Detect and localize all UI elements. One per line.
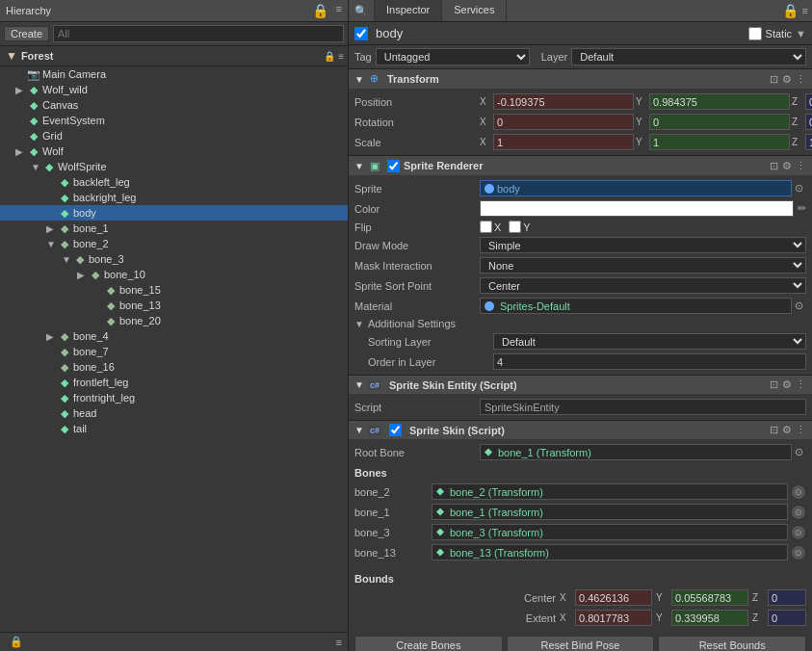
tree-item-bone1[interactable]: ▶ ◆ bone_1	[0, 221, 348, 236]
tree-item-bone3[interactable]: ▼ ◆ bone_3	[0, 251, 348, 267]
inspector-lock-button[interactable]: 🔒	[778, 3, 802, 18]
ss-more-icon[interactable]: ⋮	[796, 424, 806, 436]
tree-item-head[interactable]: ◆ head	[0, 405, 348, 421]
extent-z[interactable]	[768, 610, 806, 626]
tree-item-wolf[interactable]: ▶ ◆ Wolf	[0, 143, 348, 159]
tree-item-main-camera[interactable]: 📷 Main Camera	[0, 66, 348, 82]
sprite-skin-header[interactable]: ▼ c# Sprite Skin (Script) ⊡ ⚙ ⋮	[349, 421, 812, 439]
root-bone-value[interactable]: bone_1 (Transform)	[480, 444, 792, 460]
order-value[interactable]	[493, 353, 806, 370]
extent-y[interactable]	[671, 610, 748, 626]
static-checkbox[interactable]	[748, 27, 762, 40]
sse-ref-icon[interactable]: ⊡	[770, 378, 778, 391]
tree-item-tail[interactable]: ◆ tail	[0, 421, 348, 436]
tree-item-bone4[interactable]: ▶ ◆ bone_4	[0, 328, 348, 344]
position-z[interactable]	[805, 93, 812, 110]
sse-more-icon[interactable]: ⋮	[796, 378, 806, 391]
extent-x[interactable]	[575, 610, 652, 626]
order-label: Order in Layer	[368, 356, 493, 368]
tree-item-backleft-leg[interactable]: ◆ backleft_leg	[0, 174, 348, 190]
obj-name-field[interactable]	[372, 26, 745, 40]
tree-item-frontright-leg[interactable]: ◆ frontright_leg	[0, 390, 348, 405]
rotation-z[interactable]	[805, 114, 812, 130]
sse-script-value[interactable]: SpriteSkinEntity	[480, 399, 806, 415]
sprite-pick-icon[interactable]: ⊙	[792, 182, 806, 195]
tree-item-frontleft-leg[interactable]: ◆ frontleft_leg	[0, 375, 348, 390]
tree-item-wolf-wild[interactable]: ▶ ◆ Wolf_wild	[0, 82, 348, 97]
sse-settings-icon[interactable]: ⚙	[782, 378, 792, 391]
bone-row-3-value[interactable]: bone_3 (Transform)	[432, 524, 788, 540]
tree-item-wolfsprite[interactable]: ▼ ◆ WolfSprite	[0, 159, 348, 174]
scale-y[interactable]	[649, 134, 790, 150]
tree-item-backright-leg[interactable]: ◆ backright_leg	[0, 190, 348, 205]
bone13-pick-btn[interactable]: ⊙	[791, 545, 806, 560]
tree-item-bone7[interactable]: ◆ bone_7	[0, 344, 348, 359]
rotation-x[interactable]	[493, 114, 634, 130]
rotation-y[interactable]	[649, 114, 790, 130]
position-x[interactable]	[493, 93, 634, 110]
color-swatch[interactable]	[480, 200, 794, 217]
bone3-pick-btn[interactable]: ⊙	[791, 525, 806, 540]
scale-z[interactable]	[805, 134, 812, 150]
tree-item-bone2[interactable]: ▼ ◆ bone_2	[0, 236, 348, 251]
hierarchy-bottom-lock[interactable]: 🔒	[6, 636, 27, 648]
ss-settings-icon[interactable]: ⚙	[782, 424, 792, 436]
tree-item-body[interactable]: ◆ body	[0, 205, 348, 221]
root-bone-pick-icon[interactable]: ⊙	[792, 446, 806, 458]
gameobj-icon-frontright: ◆	[58, 391, 71, 404]
tag-select[interactable]: Untagged	[376, 48, 530, 65]
sprite-renderer-checkbox[interactable]	[387, 160, 400, 172]
reset-bind-pose-button[interactable]: Reset Bind Pose	[507, 636, 655, 651]
sprite-skin-checkbox[interactable]	[389, 424, 402, 436]
tree-item-bone10[interactable]: ▶ ◆ bone_10	[0, 267, 348, 282]
sprite-renderer-header[interactable]: ▼ ▣ Sprite Renderer ⊡ ⚙ ⋮	[349, 156, 812, 175]
create-button[interactable]: Create	[4, 26, 49, 41]
sr-settings-icon[interactable]: ⚙	[782, 160, 792, 172]
bone2-pick-btn[interactable]: ⊙	[791, 484, 806, 500]
tree-item-canvas[interactable]: ◆ Canvas	[0, 97, 348, 113]
layer-select[interactable]: Default	[571, 48, 806, 65]
additional-settings-header[interactable]: ▼ Additional Settings	[349, 316, 812, 331]
sprite-skin-entity-header[interactable]: ▼ c# Sprite Skin Entity (Script) ⊡ ⚙ ⋮	[349, 376, 812, 394]
tab-inspector[interactable]: Inspector	[375, 0, 442, 21]
center-x[interactable]	[575, 589, 652, 606]
center-z[interactable]	[768, 589, 806, 606]
obj-active-checkbox[interactable]	[354, 27, 368, 40]
tree-item-bone13[interactable]: ◆ bone_13	[0, 298, 348, 313]
sprite-value-display[interactable]: body	[480, 180, 792, 196]
mask-select[interactable]: None	[480, 257, 806, 273]
bone-row-13-value[interactable]: bone_13 (Transform)	[432, 544, 788, 560]
center-y[interactable]	[671, 589, 748, 606]
tree-item-grid[interactable]: ◆ Grid	[0, 128, 348, 143]
position-y[interactable]	[649, 93, 790, 110]
sorting-layer-select[interactable]: Default	[493, 333, 806, 350]
transform-settings-icon[interactable]: ⚙	[782, 73, 792, 86]
color-pick-icon[interactable]: ✏	[798, 202, 806, 215]
sort-point-select[interactable]: Center	[480, 277, 806, 294]
transform-header[interactable]: ▼ ⊕ Transform ⊡ ⚙ ⋮	[349, 69, 812, 89]
sr-more-icon[interactable]: ⋮	[796, 160, 806, 172]
transform-ref-icon[interactable]: ⊡	[770, 73, 778, 86]
static-dropdown-icon[interactable]: ▼	[796, 28, 806, 39]
scale-x[interactable]	[493, 134, 634, 150]
draw-mode-select[interactable]: Simple	[480, 237, 806, 253]
bone-row-1-value[interactable]: bone_1 (Transform)	[432, 504, 788, 520]
create-bones-button[interactable]: Create Bones	[354, 636, 503, 651]
transform-more-icon[interactable]: ⋮	[796, 73, 806, 86]
material-pick-icon[interactable]: ⊙	[792, 299, 806, 312]
bone1-pick-btn[interactable]: ⊙	[791, 505, 806, 520]
flip-x-checkbox[interactable]	[480, 221, 492, 233]
tab-services[interactable]: Services	[442, 0, 507, 21]
search-input[interactable]	[53, 25, 344, 42]
tree-item-bone16[interactable]: ◆ bone_16	[0, 359, 348, 375]
tree-item-bone15[interactable]: ◆ bone_15	[0, 282, 348, 298]
tree-item-eventsystem[interactable]: ◆ EventSystem	[0, 113, 348, 128]
material-value-display[interactable]: Sprites-Default	[480, 298, 792, 314]
bone-row-2-value[interactable]: bone_2 (Transform)	[432, 483, 788, 500]
flip-y-checkbox[interactable]	[509, 221, 521, 233]
ss-ref-icon[interactable]: ⊡	[770, 424, 778, 436]
hierarchy-lock-button[interactable]: 🔒	[308, 3, 332, 18]
sr-ref-icon[interactable]: ⊡	[770, 160, 778, 172]
reset-bounds-button[interactable]: Reset Bounds	[658, 636, 806, 651]
tree-item-bone20[interactable]: ◆ bone_20	[0, 313, 348, 328]
